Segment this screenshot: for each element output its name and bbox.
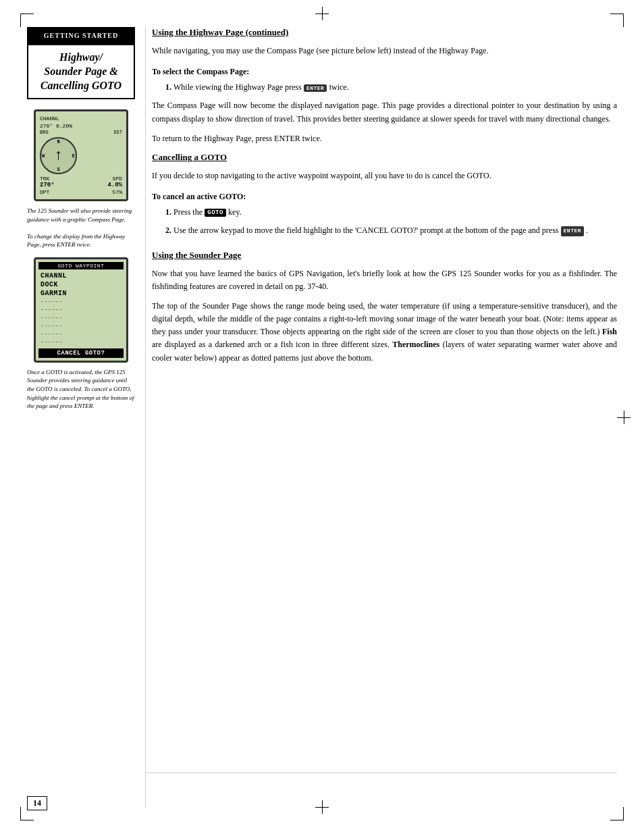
goto-cancel-bar: CANCEL GOTO? [38, 348, 124, 358]
compass-main: N S E W ↑ [40, 137, 122, 174]
sidebar: GETTING STARTED Highway/Sounder Page &Ca… [27, 27, 145, 716]
cancel-step1-text: Press the [173, 207, 203, 217]
compass-footer: TRK SPD [40, 176, 122, 182]
compass-subheading: To select the Compass Page: [152, 67, 617, 77]
sidebar-caption-2: To change the display from the Highway P… [27, 232, 135, 249]
enter-key-badge-1: ENTER [304, 84, 327, 92]
goto-dashes-4: ------ [38, 322, 124, 330]
return-text: To return to the Highway Page, press ENT… [152, 132, 617, 145]
goto-dashes-6: ------ [38, 338, 124, 346]
goto-screen: GOTO WAYPOINT CHANNL DOCK GARMIN ------ … [34, 257, 128, 363]
compass-header: CHANNL [40, 115, 122, 122]
sounder-thermoclines-bold: Thermoclines [392, 340, 439, 349]
trk-label: TRK [40, 176, 49, 182]
sidebar-caption-1: The 125 Sounder will also provide steeri… [27, 207, 135, 224]
cancel-step1-label: 1. [165, 207, 173, 217]
sounder-para2-part2: are displayed as a darkened arch or a fi… [152, 340, 390, 349]
cancel-step2-block: 2. Use the arrow keypad to move the fiel… [165, 224, 617, 237]
goto-item-dock: DOCK [38, 280, 124, 289]
sidebar-caption-3: Once a GOTO is activated, the GPS 125 So… [27, 368, 135, 411]
step1-text: While viewing the Highway Page press [173, 82, 302, 92]
cancel-intro: If you decide to stop navigating to the … [152, 170, 617, 182]
compass-e: E [72, 153, 75, 159]
cancel-step2-label: 2. [165, 226, 173, 235]
compass-n: N [57, 139, 59, 145]
section-title-box: Highway/Sounder Page &Cancelling GOTO [27, 44, 135, 99]
spd-label: SPD [113, 176, 122, 182]
goto-dashes-3: ------ [38, 314, 124, 322]
goto-key-badge: GOTO [205, 209, 226, 217]
dpt-value: 57% [113, 189, 122, 195]
goto-item-garmin: GARMIN [38, 289, 124, 298]
intro-paragraph: While navigating, you may use the Compas… [152, 45, 617, 57]
compass-s: S [57, 167, 59, 172]
sounder-para1: Now that you have learned the basics of … [152, 267, 617, 293]
spd-value: 4.0% [107, 182, 122, 188]
cancel-heading: Cancelling a GOTO [152, 152, 617, 163]
page-heading: Using the Highway Page (continued) [152, 27, 617, 38]
step1-block: 1. While viewing the Highway Page press … [165, 81, 617, 94]
step1-text2: twice. [329, 82, 349, 92]
sounder-para2-part1: The top of the Sounder Page shows the ra… [152, 301, 617, 336]
main-content: Using the Highway Page (continued) While… [145, 27, 617, 716]
step1-label: 1. [165, 82, 173, 92]
enter-key-badge-2: ENTER [561, 226, 585, 236]
goto-item-channl: CHANNL [38, 271, 124, 280]
goto-header-bar: GOTO WAYPOINT [38, 262, 124, 269]
section-title: Highway/Sounder Page &Cancelling GOTO [35, 51, 127, 93]
corner-mark-br [610, 807, 624, 820]
trk-value: 270° [40, 182, 55, 188]
dpt-label: DPT [40, 189, 49, 195]
channl-label: CHANNL [40, 115, 59, 122]
crosshair-top [315, 7, 329, 20]
cancel-step1-text2: key. [228, 207, 242, 217]
sounder-fish-bold: Fish [602, 327, 617, 336]
sounder-heading: Using the Sounder Page [152, 250, 617, 261]
corner-mark-tr [610, 14, 624, 27]
brg-label: BRG [40, 130, 49, 135]
sounder-para2: The top of the Sounder Page shows the ra… [152, 300, 617, 365]
compass-nsew: N S E W [41, 138, 76, 173]
bottom-rule [145, 773, 617, 773]
speed-value: 270° 0.20% [40, 123, 72, 129]
goto-dashes-5: ------ [38, 330, 124, 338]
vertical-rule [145, 27, 146, 807]
goto-dashes-2: ------ [38, 306, 124, 314]
page-number: 14 [27, 796, 47, 810]
compass-circle: N S E W ↑ [40, 137, 77, 174]
compass-screen: CHANNL 270° 0.20% BRG DST N S E W ↑ [34, 109, 128, 201]
compass-body: The Compass Page will now become the dis… [152, 99, 617, 125]
goto-dashes-1: ------ [38, 298, 124, 306]
dst-label: DST [113, 130, 122, 135]
cancel-step2-period: . [586, 226, 588, 235]
corner-mark-tl [20, 14, 34, 27]
crosshair-bottom [315, 800, 329, 814]
cancel-step1-block: 1. Press the GOTO key. [165, 206, 617, 219]
crosshair-right [617, 411, 630, 424]
cancel-step2-text: Use the arrow keypad to move the field h… [173, 226, 559, 235]
compass-w: W [42, 153, 45, 159]
cancel-subheading: To cancel an active GOTO: [152, 192, 617, 202]
getting-started-label: GETTING STARTED [27, 27, 135, 44]
